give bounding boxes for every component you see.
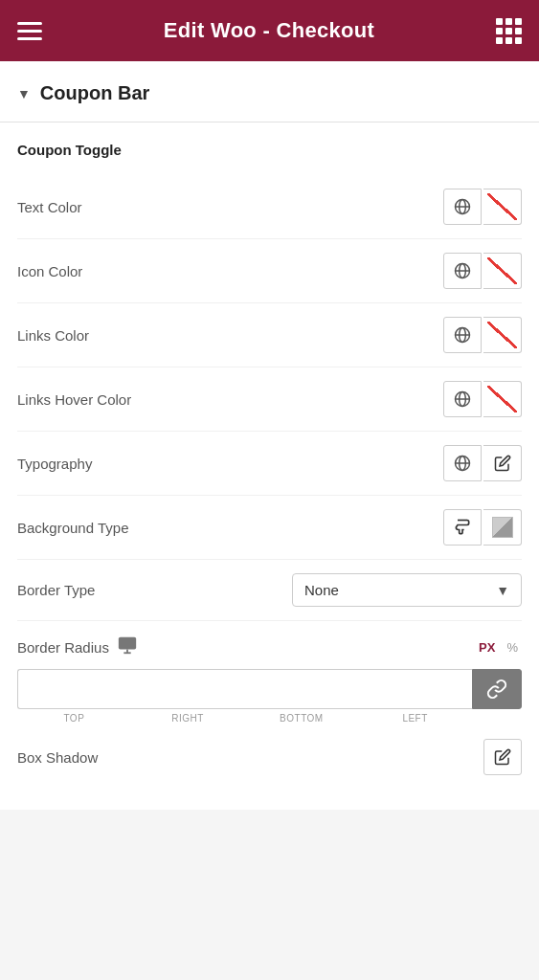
setting-row-links-hover-color: Links Hover Color [17,368,522,432]
app-header: Edit Woo - Checkout [0,0,539,61]
radius-inputs [17,669,522,709]
pencil-icon [494,455,511,472]
group-label: Coupon Toggle [17,142,522,158]
border-radius-header: Border Radius PX % [17,635,522,659]
links-hover-color-controls [443,381,522,417]
setting-row-links-color: Links Color [17,303,522,368]
radius-left-cell [358,669,472,709]
typography-label: Typography [17,456,92,472]
setting-row-icon-color: Icon Color [17,239,522,303]
background-type-label: Background Type [17,520,128,536]
icon-color-swatch[interactable] [483,253,522,289]
background-brush-button[interactable] [443,509,482,546]
links-color-swatch[interactable] [483,317,522,353]
unit-px-button[interactable]: PX [475,638,499,657]
setting-row-text-color: Text Color [17,175,522,239]
radius-bottom-input[interactable] [245,669,359,709]
brush-icon [453,518,472,537]
typography-global-button[interactable] [443,445,482,481]
border-type-dropdown[interactable]: None ▼ [292,573,522,607]
radius-labels: TOP RIGHT BOTTOM LEFT [17,713,522,724]
setting-row-box-shadow: Box Shadow [17,724,522,791]
background-color-swatch [492,517,513,538]
unit-toggle: PX % [475,638,522,657]
links-hover-color-global-button[interactable] [443,381,482,417]
border-radius-label: Border Radius [17,639,109,656]
radius-top-cell [17,669,131,709]
apps-grid-button[interactable] [496,18,522,44]
radius-top-label: TOP [17,713,131,724]
setting-row-typography: Typography [17,432,522,496]
dropdown-arrow-icon: ▼ [496,583,509,598]
radius-right-cell [131,669,245,709]
text-color-controls [443,189,522,225]
radius-top-input[interactable] [17,669,131,709]
border-radius-label-group: Border Radius [17,635,138,659]
radius-left-input[interactable] [358,669,472,709]
content-area: ▼ Coupon Bar Coupon Toggle Text Color [0,61,539,810]
icon-color-label: Icon Color [17,263,82,279]
radius-left-label: LEFT [358,713,472,724]
section-header[interactable]: ▼ Coupon Bar [0,61,539,122]
globe-icon [453,454,472,473]
links-hover-color-swatch[interactable] [483,381,522,417]
background-type-controls [443,509,522,546]
section-title: Coupon Bar [40,82,149,104]
collapse-chevron[interactable]: ▼ [17,86,31,101]
icon-color-global-button[interactable] [443,253,482,289]
links-color-global-button[interactable] [443,317,482,353]
settings-body: Coupon Toggle Text Color Icon Color [0,122,539,810]
background-color-button[interactable] [483,509,522,546]
setting-row-background-type: Background Type [17,496,522,560]
link-icon [486,679,507,700]
hamburger-menu-button[interactable] [17,22,42,40]
typography-edit-button[interactable] [483,445,522,481]
globe-icon [453,261,472,280]
svg-rect-15 [119,637,136,650]
links-hover-color-label: Links Hover Color [17,391,131,408]
border-type-value: None [304,582,339,598]
radius-bottom-label: BOTTOM [245,713,359,724]
unit-pct-button[interactable]: % [503,638,522,657]
radius-right-label: RIGHT [131,713,245,724]
radius-link-button[interactable] [472,669,522,709]
radius-right-input[interactable] [131,669,245,709]
text-color-label: Text Color [17,199,82,215]
links-color-controls [443,317,522,353]
globe-icon [453,390,472,409]
typography-controls [443,445,522,481]
icon-color-controls [443,253,522,289]
monitor-icon[interactable] [117,635,138,659]
radius-bottom-cell [245,669,359,709]
pencil-icon [494,748,511,766]
page-title: Edit Woo - Checkout [164,18,374,43]
box-shadow-edit-button[interactable] [483,739,522,775]
monitor-svg [117,635,138,656]
border-type-label: Border Type [17,582,95,598]
links-color-label: Links Color [17,327,89,344]
box-shadow-label: Box Shadow [17,749,98,766]
text-color-global-button[interactable] [443,189,482,225]
setting-row-border-type: Border Type None ▼ [17,560,522,621]
globe-icon [453,197,472,216]
text-color-swatch[interactable] [483,189,522,225]
globe-icon [453,325,472,345]
border-radius-section: Border Radius PX % [17,621,522,724]
